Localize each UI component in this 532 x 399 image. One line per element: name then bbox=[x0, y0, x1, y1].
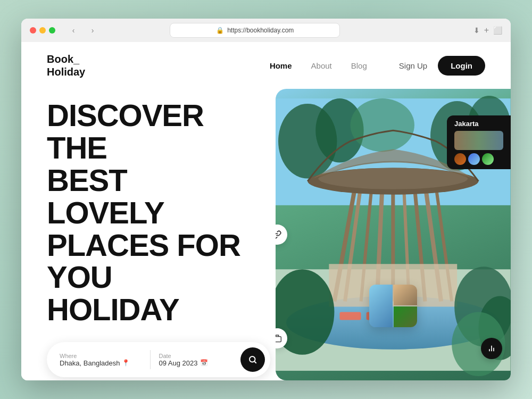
left-panel: Discover the Best Lovely Places For You … bbox=[21, 89, 276, 380]
nav-blog[interactable]: Blog bbox=[351, 61, 367, 70]
jakarta-card-avatars bbox=[454, 153, 503, 165]
main-nav: Home About Blog bbox=[270, 61, 367, 70]
svg-rect-29 bbox=[276, 337, 281, 342]
jakarta-card: Jakarta bbox=[447, 115, 511, 169]
avatar-2 bbox=[468, 153, 480, 165]
search-bar: Where Dhaka, Bangladesh 📍 Date 09 Aug 20… bbox=[47, 342, 270, 377]
signup-link[interactable]: Sign Up bbox=[399, 61, 427, 70]
main-content: Discover the Best Lovely Places For You … bbox=[21, 89, 511, 380]
add-tab-icon[interactable]: + bbox=[484, 26, 489, 35]
site-logo: Book_ Holiday bbox=[47, 53, 85, 78]
site-header: Book_ Holiday Home About Blog Sign Up Lo… bbox=[21, 42, 511, 89]
search-button[interactable] bbox=[240, 347, 265, 372]
nav-right-actions: Sign Up Login bbox=[399, 56, 485, 76]
jakarta-title: Jakarta bbox=[454, 120, 503, 128]
login-button[interactable]: Login bbox=[438, 56, 485, 76]
location-pin-icon: 📍 bbox=[122, 359, 130, 367]
browser-toolbar: ‹ › 🔒 https://bookholiday.com ⬇ + ⬜ bbox=[21, 19, 511, 42]
download-icon[interactable]: ⬇ bbox=[473, 26, 480, 35]
search-field-divider bbox=[150, 350, 151, 369]
browser-window: ‹ › 🔒 https://bookholiday.com ⬇ + ⬜ Book… bbox=[21, 19, 511, 380]
browser-navigation: ‹ › bbox=[66, 23, 100, 38]
calendar-icon: 📅 bbox=[200, 359, 208, 367]
where-field[interactable]: Where Dhaka, Bangladesh 📍 bbox=[60, 353, 142, 367]
avatar-3 bbox=[482, 153, 494, 165]
url-text: https://bookholiday.com bbox=[227, 27, 294, 34]
forward-button[interactable]: › bbox=[85, 23, 100, 38]
photo-collage bbox=[369, 285, 417, 327]
stats-floating-button[interactable] bbox=[481, 338, 502, 359]
collage-cell-2 bbox=[394, 285, 417, 305]
where-label: Where bbox=[60, 353, 142, 359]
maximize-window-button[interactable] bbox=[49, 27, 55, 34]
date-label: Date bbox=[159, 353, 241, 359]
address-bar[interactable]: 🔒 https://bookholiday.com bbox=[170, 23, 340, 38]
avatar-1 bbox=[454, 153, 466, 165]
svg-point-21 bbox=[319, 168, 468, 189]
nav-home[interactable]: Home bbox=[270, 61, 292, 70]
where-value: Dhaka, Bangladesh 📍 bbox=[60, 359, 142, 367]
hero-image: Jakarta bbox=[276, 89, 511, 380]
share-icon[interactable]: ⬜ bbox=[493, 26, 502, 35]
browser-window-controls bbox=[30, 27, 55, 34]
website-content: Book_ Holiday Home About Blog Sign Up Lo… bbox=[21, 42, 511, 380]
collage-cell-1 bbox=[369, 285, 393, 327]
lock-icon: 🔒 bbox=[216, 27, 224, 34]
minimize-window-button[interactable] bbox=[39, 27, 46, 34]
browser-action-buttons: ⬇ + ⬜ bbox=[473, 26, 502, 35]
hero-image-panel: Jakarta bbox=[276, 89, 511, 380]
hero-title: Discover the Best Lovely Places For You … bbox=[47, 99, 250, 326]
date-field[interactable]: Date 09 Aug 2023 📅 bbox=[159, 353, 241, 367]
collage-cell-3 bbox=[394, 306, 417, 327]
svg-point-0 bbox=[250, 356, 255, 362]
jakarta-card-image bbox=[454, 131, 503, 150]
svg-point-7 bbox=[351, 98, 414, 152]
svg-line-1 bbox=[254, 362, 256, 363]
back-button[interactable]: ‹ bbox=[66, 23, 81, 38]
svg-rect-27 bbox=[340, 312, 361, 320]
date-value: 09 Aug 2023 📅 bbox=[159, 359, 241, 367]
nav-about[interactable]: About bbox=[311, 61, 332, 70]
close-window-button[interactable] bbox=[30, 27, 36, 34]
